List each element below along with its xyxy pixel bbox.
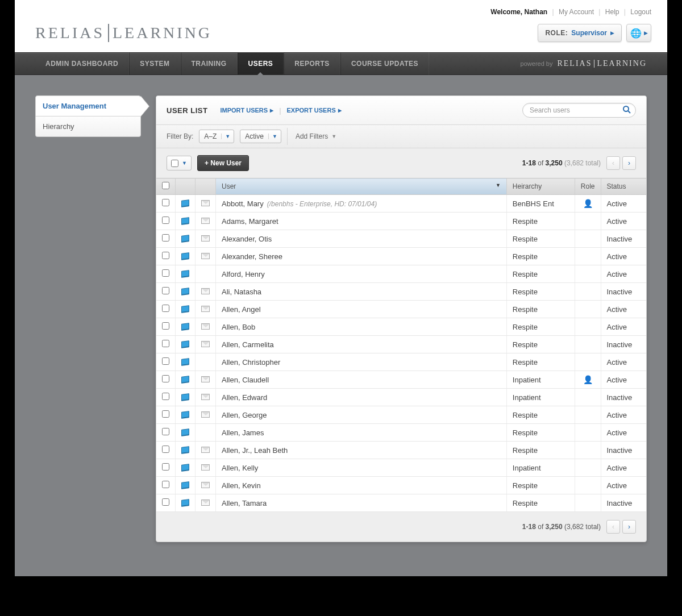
row-checkbox[interactable] xyxy=(162,322,169,330)
next-page-button[interactable]: › xyxy=(622,520,636,534)
mail-icon[interactable] xyxy=(201,464,210,471)
table-row[interactable]: Allen, ChristopherRespiteActive xyxy=(156,353,646,371)
row-checkbox[interactable] xyxy=(162,393,169,400)
table-row[interactable]: Allen, GeorgeRespiteActive xyxy=(156,406,646,424)
row-checkbox[interactable] xyxy=(162,446,169,453)
nav-item-course-updates[interactable]: COURSE UPDATES xyxy=(340,52,429,75)
table-row[interactable]: Allen, EdwardInpatientInactive xyxy=(156,389,646,406)
col-hierarchy[interactable]: Heirarchy xyxy=(506,178,575,195)
book-icon[interactable] xyxy=(181,393,189,401)
mail-icon[interactable] xyxy=(201,218,210,224)
book-icon[interactable] xyxy=(181,305,189,313)
bulk-select-dropdown[interactable]: ▼ xyxy=(167,156,192,170)
sidebar-item-hierarchy[interactable]: Hierarchy xyxy=(35,116,141,137)
table-row[interactable]: Allen, KellyInpatientActive xyxy=(156,459,646,477)
row-checkbox[interactable] xyxy=(162,305,169,312)
mail-icon[interactable] xyxy=(201,341,210,347)
row-checkbox[interactable] xyxy=(162,234,169,242)
book-icon[interactable] xyxy=(181,288,189,295)
book-icon[interactable] xyxy=(181,252,189,260)
table-row[interactable]: Abbott, Mary(/benbhs - Enterprise, HD: 0… xyxy=(156,195,646,213)
logout-link[interactable]: Logout xyxy=(630,8,651,16)
book-icon[interactable] xyxy=(181,428,189,436)
mail-icon[interactable] xyxy=(201,500,210,506)
mail-icon[interactable] xyxy=(201,288,210,294)
table-row[interactable]: Allen, KevinRespiteActive xyxy=(156,477,646,494)
book-icon[interactable] xyxy=(181,235,189,242)
language-switcher[interactable]: 🌐 ▶ xyxy=(626,24,651,42)
row-checkbox[interactable] xyxy=(162,287,169,294)
book-icon[interactable] xyxy=(181,199,189,207)
my-account-link[interactable]: My Account xyxy=(559,8,594,16)
book-icon[interactable] xyxy=(181,481,189,489)
table-row[interactable]: Allen, Jr., Leah BethRespiteInactive xyxy=(156,442,646,459)
prev-page-button[interactable]: ‹ xyxy=(606,156,620,170)
table-row[interactable]: Alexander, OtisRespiteInactive xyxy=(156,230,646,248)
nav-item-users[interactable]: USERS xyxy=(238,52,284,75)
table-row[interactable]: Allen, BobRespiteActive xyxy=(156,318,646,336)
role-switcher[interactable]: ROLE: Supervisor ▶ xyxy=(538,24,622,42)
table-row[interactable]: Allen, JamesRespiteActive xyxy=(156,424,646,442)
mail-icon[interactable] xyxy=(201,447,210,453)
mail-icon[interactable] xyxy=(201,394,210,400)
table-row[interactable]: Ali, NatashaRespiteInactive xyxy=(156,283,646,301)
row-checkbox[interactable] xyxy=(162,498,169,506)
book-icon[interactable] xyxy=(181,446,189,453)
row-checkbox[interactable] xyxy=(162,375,169,382)
mail-icon[interactable] xyxy=(201,411,210,418)
book-icon[interactable] xyxy=(181,340,189,348)
mail-icon[interactable] xyxy=(201,323,210,330)
table-row[interactable]: Alexander, ShereeRespiteActive xyxy=(156,248,646,265)
sidebar-item-user-management[interactable]: User Management xyxy=(35,95,141,116)
book-icon[interactable] xyxy=(181,411,189,418)
next-page-button[interactable]: › xyxy=(622,156,636,170)
mail-icon[interactable] xyxy=(201,253,210,259)
col-user[interactable]: User▼ xyxy=(216,178,507,195)
sort-select[interactable]: A–Z▼ xyxy=(199,130,234,143)
table-row[interactable]: Allen, ClaudellInpatient👤Active xyxy=(156,371,646,389)
col-role[interactable]: Role xyxy=(575,178,601,195)
import-users-link[interactable]: IMPORT USERS▶ xyxy=(220,107,273,114)
mail-icon[interactable] xyxy=(201,376,210,382)
table-row[interactable]: Allen, AngelRespiteActive xyxy=(156,301,646,318)
table-row[interactable]: Allen, CarmelitaRespiteInactive xyxy=(156,336,646,353)
table-row[interactable]: Alford, HenryRespiteActive xyxy=(156,265,646,283)
mail-icon[interactable] xyxy=(201,235,210,242)
book-icon[interactable] xyxy=(181,323,189,330)
row-checkbox[interactable] xyxy=(162,428,169,435)
book-icon[interactable] xyxy=(181,358,189,365)
status-filter-select[interactable]: Active▼ xyxy=(240,130,281,143)
book-icon[interactable] xyxy=(181,464,189,471)
search-input[interactable] xyxy=(522,103,636,118)
header-checkbox[interactable] xyxy=(162,182,169,189)
row-checkbox[interactable] xyxy=(162,340,169,347)
book-icon[interactable] xyxy=(181,217,189,224)
row-checkbox[interactable] xyxy=(162,481,169,488)
row-checkbox[interactable] xyxy=(162,199,169,206)
search-icon[interactable] xyxy=(622,105,631,116)
nav-item-reports[interactable]: REPORTS xyxy=(284,52,340,75)
row-checkbox[interactable] xyxy=(162,217,169,224)
row-checkbox[interactable] xyxy=(162,410,169,418)
row-checkbox[interactable] xyxy=(162,252,169,259)
new-user-button[interactable]: + New User xyxy=(197,155,249,171)
table-row[interactable]: Allen, TamaraRespiteInactive xyxy=(156,494,646,512)
book-icon[interactable] xyxy=(181,270,189,277)
select-all-checkbox[interactable] xyxy=(171,160,178,167)
table-row[interactable]: Adams, MargaretRespiteActive xyxy=(156,213,646,230)
nav-item-admin-dashboard[interactable]: ADMIN DASHBOARD xyxy=(35,52,129,75)
add-filters-button[interactable]: Add Filters ▼ xyxy=(287,128,344,145)
row-checkbox[interactable] xyxy=(162,357,169,365)
mail-icon[interactable] xyxy=(201,482,210,488)
row-checkbox[interactable] xyxy=(162,463,169,471)
mail-icon[interactable] xyxy=(201,200,210,206)
col-status[interactable]: Status xyxy=(601,178,646,195)
row-checkbox[interactable] xyxy=(162,269,169,277)
help-link[interactable]: Help xyxy=(605,8,619,16)
nav-item-system[interactable]: SYSTEM xyxy=(129,52,180,75)
prev-page-button[interactable]: ‹ xyxy=(606,520,620,534)
book-icon[interactable] xyxy=(181,499,189,506)
export-users-link[interactable]: EXPORT USERS▶ xyxy=(287,107,342,114)
book-icon[interactable] xyxy=(181,376,189,383)
mail-icon[interactable] xyxy=(201,306,210,312)
